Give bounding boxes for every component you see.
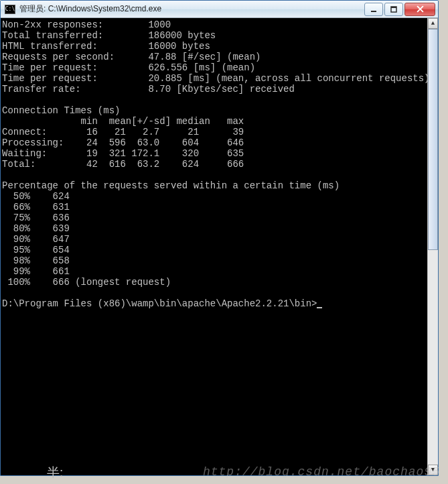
terminal-output: Non-2xx responses: 1000 Total transferre… — [2, 19, 437, 309]
window-title: 管理员: C:\Windows\System32\cmd.exe — [19, 3, 161, 15]
scroll-down-button[interactable]: ▼ — [428, 465, 438, 475]
close-button[interactable] — [404, 3, 435, 16]
cmd-window: C:\ 管理员: C:\Windows\System32\cmd.exe Non… — [0, 0, 439, 476]
terminal-area[interactable]: Non-2xx responses: 1000 Total transferre… — [1, 18, 438, 475]
ime-text: 半: — [47, 464, 63, 481]
cursor — [317, 307, 322, 308]
scroll-up-button[interactable]: ▲ — [428, 18, 438, 29]
ime-indicator: 半: — [47, 464, 63, 481]
prompt-text: D:\Program Files (x86)\wamp\bin\apache\A… — [2, 298, 317, 309]
scroll-track[interactable] — [428, 29, 438, 465]
titlebar[interactable]: C:\ 管理员: C:\Windows\System32\cmd.exe — [1, 1, 438, 18]
scroll-thumb[interactable] — [428, 29, 438, 250]
minimize-button[interactable] — [364, 3, 383, 16]
title-left: C:\ 管理员: C:\Windows\System32\cmd.exe — [5, 3, 161, 15]
maximize-button[interactable] — [384, 3, 403, 16]
scrollbar-vertical[interactable]: ▲ ▼ — [427, 18, 438, 475]
window-controls — [363, 3, 438, 16]
cmd-icon: C:\ — [5, 5, 15, 14]
